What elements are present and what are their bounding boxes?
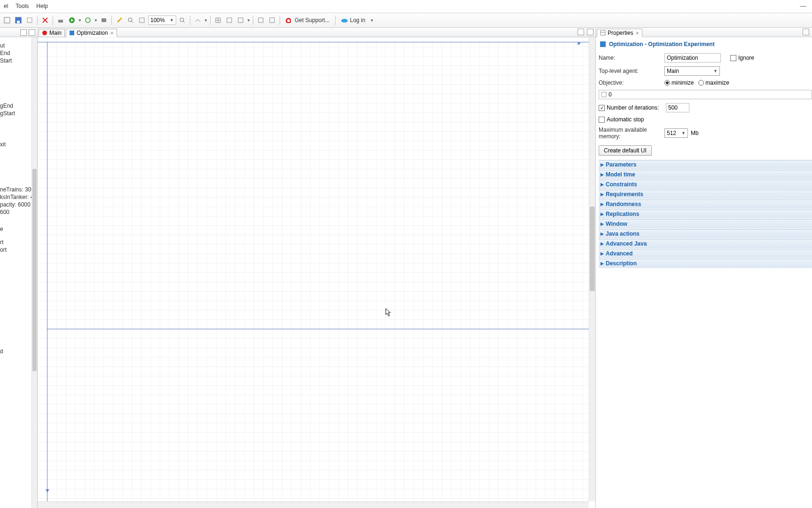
close-icon[interactable]: ✕ — [110, 31, 114, 36]
toolbar-button[interactable] — [193, 15, 203, 25]
minimize-radio[interactable] — [664, 80, 670, 86]
svg-rect-15 — [140, 18, 144, 23]
axis-arrow-right-icon: ➤ — [577, 40, 581, 47]
editor-canvas[interactable]: ➤ ▼ — [38, 37, 589, 501]
delete-icon[interactable] — [40, 15, 50, 25]
toolbar: ▼ ▼ 100% ▼ ▼ ▼ Get Support... Log in ▼ — [0, 13, 812, 28]
section-parameters[interactable]: ▶Parameters — [599, 160, 812, 169]
iterations-checkbox[interactable]: ✓ — [599, 105, 605, 111]
toolbar-button[interactable] — [267, 15, 277, 25]
svg-rect-26 — [70, 31, 74, 35]
tree-item[interactable]: rt — [0, 238, 31, 246]
autostop-checkbox[interactable] — [599, 117, 605, 123]
toolbar-button[interactable] — [256, 15, 266, 25]
toolbar-button[interactable] — [224, 15, 234, 25]
section-advanced[interactable]: ▶Advanced — [599, 249, 812, 258]
menu-item-help[interactable]: Help — [32, 1, 52, 11]
svg-rect-21 — [270, 18, 274, 23]
section-window[interactable]: ▶Window — [599, 219, 812, 229]
section-description[interactable]: ▶Description — [599, 259, 812, 268]
tree-item[interactable]: ut — [0, 42, 31, 49]
run-icon[interactable] — [67, 15, 77, 25]
grid-icon[interactable] — [213, 15, 223, 25]
section-model-time[interactable]: ▶Model time — [599, 170, 812, 179]
cloud-icon — [341, 17, 348, 23]
svg-line-17 — [183, 21, 185, 23]
label-objective: Objective: — [599, 79, 664, 86]
login-button[interactable]: Log in ▼ — [338, 15, 377, 25]
tree-item[interactable]: Start — [0, 57, 31, 64]
create-default-ui-button[interactable]: Create default UI — [599, 145, 652, 156]
maximize-pane-icon[interactable] — [803, 29, 809, 35]
window-minimize-icon[interactable]: — — [800, 2, 806, 9]
tree-item[interactable]: End — [0, 49, 31, 57]
label-autostop: Automatic stop — [607, 116, 644, 123]
tree-item[interactable]: pacity: 6000 — [0, 201, 31, 208]
svg-rect-3 — [27, 18, 32, 23]
svg-rect-18 — [227, 18, 232, 23]
toolbar-button[interactable] — [235, 15, 246, 25]
tab-main[interactable]: Main — [39, 29, 65, 37]
section-requirements[interactable]: ▶Requirements — [599, 190, 812, 199]
menu-item[interactable]: el — [0, 1, 12, 11]
minimize-pane-icon[interactable] — [20, 29, 27, 36]
search-icon[interactable] — [125, 15, 136, 25]
wand-icon[interactable] — [114, 15, 125, 25]
maximize-pane-icon[interactable] — [587, 29, 593, 35]
menu-item-tools[interactable]: Tools — [12, 1, 32, 11]
dropdown-arrow-icon[interactable]: ▼ — [94, 18, 98, 23]
section-randomness[interactable]: ▶Randomness — [599, 199, 812, 209]
toolbar-button[interactable] — [99, 15, 109, 25]
scroll-thumb[interactable] — [590, 206, 595, 291]
minimize-pane-icon[interactable] — [578, 29, 584, 35]
save-icon[interactable] — [13, 15, 23, 25]
maximize-pane-icon[interactable] — [29, 29, 35, 36]
scrollbar-vertical[interactable] — [589, 37, 595, 501]
experiment-icon — [600, 41, 606, 48]
iterations-field[interactable] — [666, 103, 689, 112]
tree-item[interactable]: e — [0, 225, 31, 233]
scroll-thumb[interactable] — [32, 169, 37, 371]
get-support-button[interactable]: Get Support... — [282, 15, 333, 25]
dropdown-arrow-icon[interactable]: ▼ — [78, 18, 82, 23]
tab-properties[interactable]: Properties ✕ — [597, 29, 642, 37]
tree-item[interactable]: 600 — [0, 208, 31, 216]
section-advanced-java[interactable]: ▶Advanced Java — [599, 239, 812, 248]
dropdown-arrow-icon[interactable]: ▼ — [204, 18, 208, 23]
objective-expression-field[interactable]: 0 — [599, 90, 812, 99]
tree-item[interactable]: gStart — [0, 110, 31, 117]
tree-item[interactable]: neTrains: 300 — [0, 186, 31, 193]
label-minimize: minimize — [671, 79, 694, 86]
tree-item[interactable]: ksInTanker: 4 — [0, 193, 31, 201]
tree-item[interactable]: d — [0, 348, 31, 355]
name-field[interactable] — [664, 53, 721, 63]
debug-icon[interactable] — [83, 15, 93, 25]
memory-select[interactable]: 512▼ — [664, 128, 688, 138]
scrollbar-horizontal[interactable] — [38, 501, 589, 508]
dropdown-arrow-icon[interactable]: ▼ — [247, 18, 250, 23]
toolbar-button[interactable] — [137, 15, 147, 25]
svg-rect-19 — [238, 18, 243, 23]
label-iterations: Number of iterations: — [607, 104, 666, 111]
section-replications[interactable]: ▶Replications — [599, 209, 812, 219]
top-agent-select[interactable]: Main▼ — [664, 66, 720, 76]
zoom-combo[interactable]: 100% ▼ — [148, 16, 176, 25]
scrollbar-vertical[interactable] — [31, 37, 37, 508]
tree-item[interactable]: gEnd — [0, 102, 31, 110]
section-java-actions[interactable]: ▶Java actions — [599, 229, 812, 238]
properties-icon — [600, 30, 606, 36]
ignore-checkbox[interactable] — [730, 55, 736, 61]
tree-item[interactable]: xit — [0, 141, 31, 148]
toolbar-button[interactable] — [2, 15, 12, 25]
maximize-radio[interactable] — [698, 80, 704, 86]
label-ignore: Ignore — [738, 55, 754, 61]
toolbar-button[interactable] — [24, 15, 35, 25]
svg-point-16 — [180, 18, 184, 22]
tree-item[interactable]: ort — [0, 246, 31, 254]
close-icon[interactable]: ✕ — [635, 31, 639, 36]
section-constraints[interactable]: ▶Constraints — [599, 180, 812, 189]
build-icon[interactable] — [55, 15, 66, 25]
tab-optimization[interactable]: Optimization ✕ — [66, 29, 117, 37]
svg-rect-6 — [58, 20, 63, 23]
zoom-fit-icon[interactable] — [177, 15, 187, 25]
